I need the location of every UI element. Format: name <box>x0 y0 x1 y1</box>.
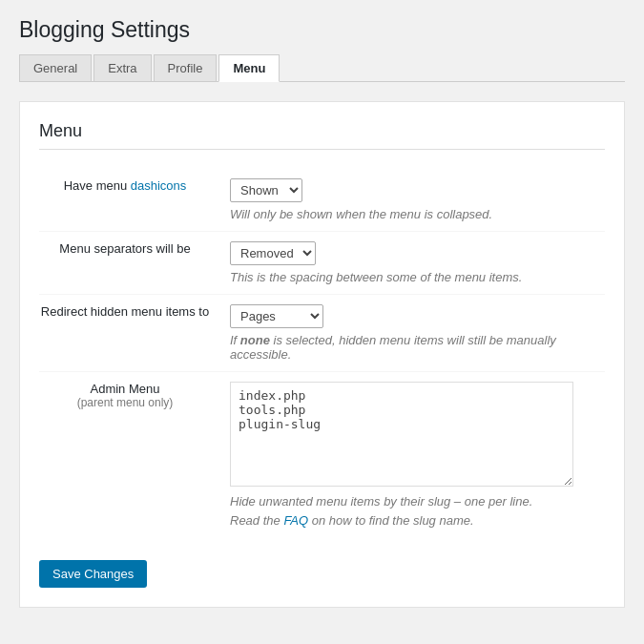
admin-menu-help1: Hide unwanted menu items by their slug –… <box>230 494 605 509</box>
row-redirect: Redirect hidden menu items to Pages Dash… <box>39 295 605 372</box>
faq-link[interactable]: FAQ <box>283 513 308 528</box>
tab-extra[interactable]: Extra <box>93 54 151 81</box>
dashicons-select[interactable]: Shown Hidden <box>230 178 302 202</box>
separators-label: Menu separators will be <box>59 241 190 256</box>
separators-help: This is the spacing between some of the … <box>230 270 605 284</box>
redirect-help: If none is selected, hidden menu items w… <box>230 333 605 362</box>
redirect-select[interactable]: Pages Dashboard None <box>230 304 323 328</box>
dashicons-link[interactable]: dashicons <box>131 178 187 193</box>
row-dashicons: Have menu dashicons Shown Hidden Will on… <box>39 169 605 232</box>
save-area: Save Changes <box>39 537 605 588</box>
dashicons-label: Have menu dashicons <box>64 178 187 193</box>
tabs-container: General Extra Profile Menu <box>19 54 625 82</box>
admin-menu-label: Admin Menu <box>39 382 211 396</box>
admin-menu-sublabel: (parent menu only) <box>39 396 211 409</box>
redirect-label: Redirect hidden menu items to <box>41 304 209 319</box>
page-title: Blogging Settings <box>19 17 625 43</box>
dashicons-help: Will only be shown when the menu is coll… <box>230 207 605 221</box>
section-title: Menu <box>39 121 605 150</box>
save-button[interactable]: Save Changes <box>39 560 147 588</box>
tab-profile[interactable]: Profile <box>154 54 218 81</box>
row-separators: Menu separators will be Removed Shown Th… <box>39 232 605 295</box>
tab-menu[interactable]: Menu <box>218 54 280 82</box>
redirect-none-text: none <box>240 333 270 347</box>
admin-menu-textarea[interactable] <box>230 382 573 487</box>
content-area: Menu Have menu dashicons Shown Hidden Wi… <box>19 101 625 608</box>
form-table: Have menu dashicons Shown Hidden Will on… <box>39 169 605 537</box>
admin-menu-help2: Read the FAQ on how to find the slug nam… <box>230 513 605 528</box>
tab-general[interactable]: General <box>19 54 92 81</box>
row-admin-menu: Admin Menu (parent menu only) Hide unwan… <box>39 372 605 538</box>
separators-select[interactable]: Removed Shown <box>230 241 316 265</box>
